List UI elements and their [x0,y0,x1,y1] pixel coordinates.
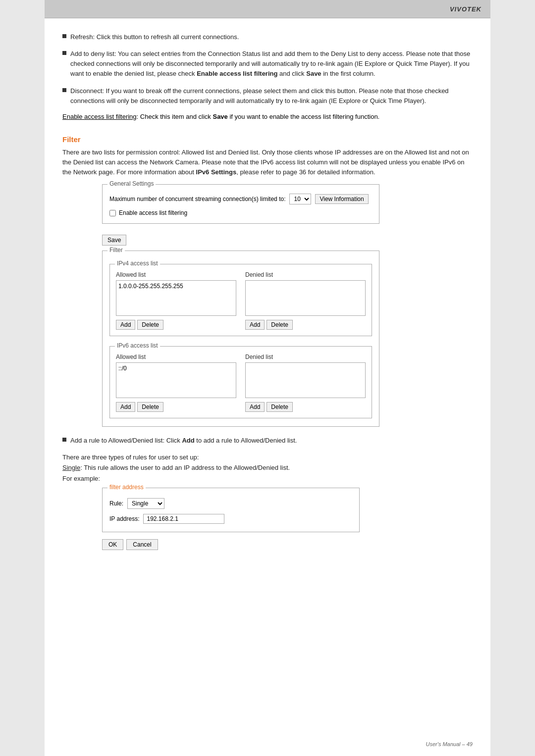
single-rest: : This rule allows the user to add an IP… [80,464,290,471]
rule-row: Rule: Single Network Range [109,498,352,509]
save-button[interactable]: Save [102,235,126,246]
content-area: Refresh: Click this button to refresh al… [45,18,490,570]
ipv6-denied-label: Denied list [245,353,366,360]
bullet-icon-add-rule [62,438,66,442]
ipv4-allowed-textarea[interactable]: 1.0.0.0-255.255.255.255 [116,280,236,316]
ipv6-denied-delete-button[interactable]: Delete [267,402,293,412]
add-rule-bullet: Add a rule to Allowed/Denied list: Click… [62,436,473,446]
ipv4-legend: IPv4 access list [115,260,160,267]
enable-access-checkbox[interactable] [109,210,116,216]
ipv4-allowed-delete-button[interactable]: Delete [137,320,163,330]
rule-dropdown[interactable]: Single Network Range [127,498,164,509]
cancel-button[interactable]: Cancel [126,539,158,550]
header-bar: VIVOTEK [45,0,490,18]
brand-label: VIVOTEK [450,5,482,13]
ip-address-label: IP address: [109,515,139,522]
ipv4-allowed-btns: Add Delete [116,320,236,330]
filter-intro: There are two lists for permission contr… [62,148,473,177]
ipv6-denied-add-button[interactable]: Add [245,402,265,412]
ipv6-allowed-textarea[interactable]: ::/0 [116,362,236,398]
three-types-line1: There are three types of rules for user … [62,453,473,462]
footer-text: User's Manual – 49 [426,741,473,747]
ipv4-denied-textarea[interactable] [245,280,366,316]
general-settings-legend: General Settings [107,180,156,187]
ipv6-allowed-add-button[interactable]: Add [116,402,135,412]
rule-label: Rule: [109,500,123,507]
page: VIVOTEK Refresh: Click this button to re… [45,0,490,756]
filter-title: Filter [62,135,473,144]
ok-button[interactable]: OK [102,539,123,550]
bullet-text-disconnect: Disconnect: If you want to break off the… [70,86,473,106]
ipv6-access-list-box: IPv6 access list Allowed list ::/0 Add D… [109,346,372,418]
ipv4-allowed-col: Allowed list 1.0.0.0-255.255.255.255 Add… [116,271,236,330]
filter-address-box: filter address Rule: Single Network Rang… [102,488,360,532]
ipv4-denied-btns: Add Delete [245,320,366,330]
ipv6-columns: Allowed list ::/0 Add Delete Denied list… [116,353,366,412]
ipv4-access-list-box: IPv4 access list Allowed list 1.0.0.0-25… [109,264,372,336]
max-connections-row: Maximum number of concurrent streaming c… [109,194,372,204]
ipv4-denied-col: Denied list Add Delete [245,271,366,330]
ipv6-denied-col: Denied list Add Delete [245,353,366,412]
bullet-deny: Add to deny list: You can select entries… [62,49,473,79]
enable-access-checkbox-row: Enable access list filtering [109,209,372,216]
enable-access-filter-label: Enable access list filtering [119,209,187,216]
ipv4-denied-label: Denied list [245,271,366,278]
bullet-icon-deny [62,51,66,55]
ipv4-denied-add-button[interactable]: Add [245,320,265,330]
single-underline: Single [62,464,80,471]
three-types-line3: For example: [62,474,473,484]
ipv6-allowed-btns: Add Delete [116,402,236,412]
bullet-icon-disconnect [62,88,66,92]
general-settings-box: General Settings Maximum number of concu… [102,184,379,224]
bullet-text-refresh: Refresh: Click this button to refresh al… [70,32,239,42]
view-information-button[interactable]: View Information [315,194,368,204]
ipv6-denied-textarea[interactable] [245,362,366,398]
ok-cancel-row: OK Cancel [102,539,473,550]
ipv4-columns: Allowed list 1.0.0.0-255.255.255.255 Add… [116,271,366,330]
max-connections-dropdown[interactable]: 10 [289,194,311,204]
filter-outer-box: Filter IPv4 access list Allowed list 1.0… [102,251,379,427]
three-types-line2: Single: This rule allows the user to add… [62,463,473,473]
ipv4-allowed-add-button[interactable]: Add [116,320,135,330]
max-connections-label: Maximum number of concurrent streaming c… [109,196,285,202]
ip-address-input[interactable] [143,514,224,524]
filter-address-legend: filter address [107,484,146,491]
enable-access-line: Enable access list filtering: Check this… [62,113,473,120]
ipv4-denied-delete-button[interactable]: Delete [267,320,293,330]
ipv4-allowed-label: Allowed list [116,271,236,278]
bullet-icon-refresh [62,34,66,38]
ipv6-allowed-label: Allowed list [116,353,236,360]
filter-outer-legend: Filter [107,247,125,253]
ipv6-legend: IPv6 access list [115,342,160,349]
ipv6-denied-btns: Add Delete [245,402,366,412]
bullet-disconnect: Disconnect: If you want to break off the… [62,86,473,106]
add-rule-text: Add a rule to Allowed/Denied list: Click… [62,436,473,446]
ipv6-allowed-col: Allowed list ::/0 Add Delete [116,353,236,412]
bullet-refresh: Refresh: Click this button to refresh al… [62,32,473,42]
ip-address-row: IP address: [109,514,352,524]
ipv6-allowed-delete-button[interactable]: Delete [137,402,163,412]
bullet-text-deny: Add to deny list: You can select entries… [70,49,473,79]
three-types-text: There are three types of rules for user … [62,453,473,483]
add-rule-content: Add a rule to Allowed/Denied list: Click… [70,436,297,446]
